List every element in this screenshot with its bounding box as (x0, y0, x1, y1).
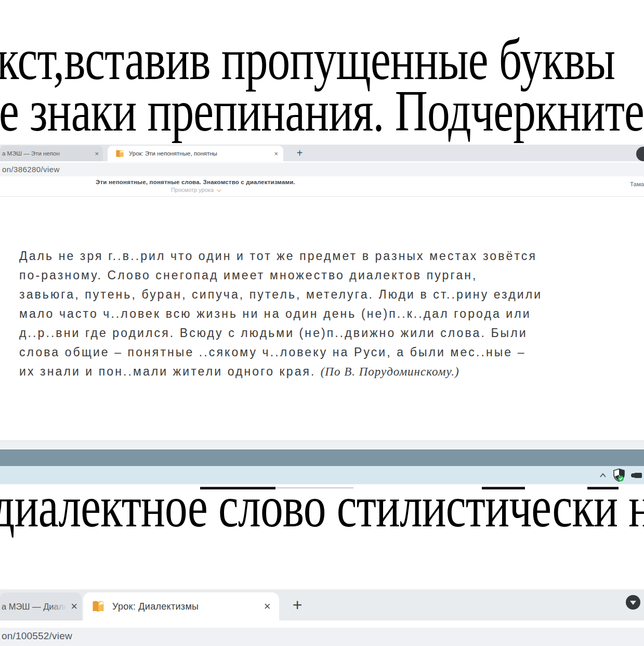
exercise-line: по-разному. Слово снегопад имеет множест… (19, 266, 542, 285)
tab-mesh-library[interactable]: а МЭШ — Эти непон × (0, 146, 103, 161)
close-tab-icon[interactable]: × (274, 150, 278, 157)
citation-author: (По В. Порудоминскому.) (321, 365, 459, 378)
new-tab-button[interactable]: + (293, 146, 307, 160)
composite-screenshot: { "overlay": { "line_top_1": "кст,встави… (0, 0, 644, 646)
address-bar[interactable]: on/386280/view (0, 161, 644, 176)
user-name-partial: Тама (630, 181, 644, 187)
close-tab-icon[interactable]: × (264, 601, 271, 612)
close-tab-icon[interactable]: × (95, 150, 99, 157)
exercise-line: Даль не зря г..в..рил что один и тот же … (19, 247, 542, 266)
tab-lesson-dialektizmy[interactable]: Урок: Диалектизмы × (83, 592, 279, 621)
exercise-line: слова общие – понятные ..сякому ч..ловек… (19, 343, 542, 362)
view-mode-dropdown[interactable]: Просмотр урока (0, 187, 391, 193)
overlay-line-3: диалектное слово стилистически не (0, 477, 644, 536)
exercise-line: д..р..вни где родился. Всюду с людьми (н… (19, 324, 542, 343)
tab-title: Урок: Эти непонятные, понятны (129, 150, 271, 157)
new-tab-button[interactable]: + (288, 596, 307, 614)
tab-strip: а МЭШ — Эти непон × Урок: Эти непонятные… (0, 145, 644, 161)
light-band (0, 441, 644, 449)
exercise-line: их знали и пон..мали жители одного края.… (19, 362, 542, 381)
exercise-text: Даль не зря г..в..рил что один и тот же … (19, 247, 542, 381)
toolbar (0, 621, 644, 628)
tab-title: Урок: Диалектизмы (112, 601, 264, 612)
url-text: on/100552/view (2, 630, 72, 642)
close-tab-icon[interactable]: × (71, 601, 77, 612)
book-favicon-icon (91, 599, 106, 614)
book-favicon-icon (115, 149, 125, 159)
chevron-down-icon (217, 187, 221, 191)
overlay-line-2: е знаки препинания. Подчеркните (0, 82, 644, 140)
tab-title: а МЭШ — Диалектиз (2, 602, 67, 612)
overlay-text-top: кст,вставив пропущенные буквы е знаки пр… (0, 0, 644, 146)
exercise-line: мало часто ч..ловек всю жизнь ни на один… (19, 304, 542, 324)
browser-chrome-top: а МЭШ — Эти непон × Урок: Эти непонятные… (0, 145, 644, 197)
tab-lesson-view[interactable]: Урок: Эти непонятные, понятны × (108, 146, 283, 161)
address-bar[interactable]: on/100552/view (0, 628, 644, 646)
slate-band (0, 449, 644, 466)
tab-title: а МЭШ — Эти непон (2, 150, 91, 157)
tab-mesh-library[interactable]: а МЭШ — Диалектиз × (0, 592, 82, 621)
tab-scroll-circle-icon[interactable] (626, 595, 640, 610)
tab-strip: а МЭШ — Диалектиз × Урок: Диалектизмы × … (0, 589, 644, 621)
triangle-down-icon (630, 601, 636, 605)
browser-chrome-bottom: а МЭШ — Диалектиз × Урок: Диалектизмы × … (0, 589, 644, 646)
lesson-page-header: Эти непонятные, понятные слова. Знакомст… (0, 176, 644, 197)
exercise-line: завьюга, путень, буран, сипуча, путель, … (19, 285, 542, 304)
url-text: on/386280/view (2, 165, 60, 174)
lesson-title: Эти непонятные, понятные слова. Знакомст… (0, 179, 391, 185)
browser-menu-circle-icon[interactable] (636, 147, 644, 161)
